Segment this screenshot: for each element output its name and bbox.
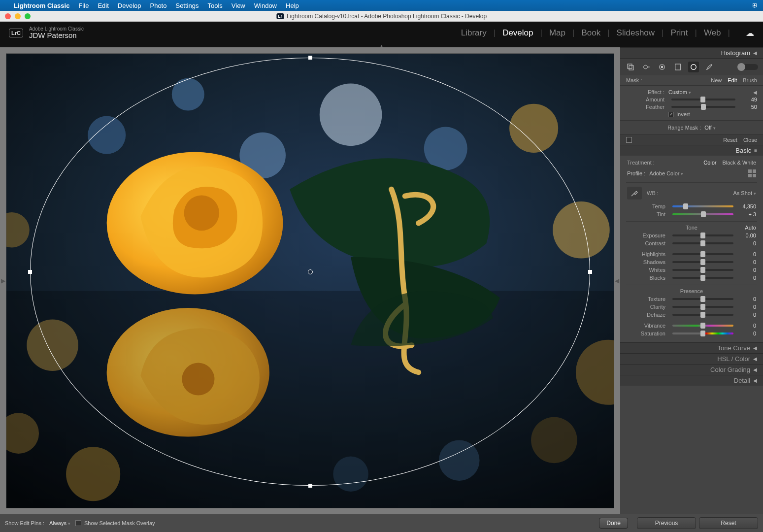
done-button[interactable]: Done <box>599 518 628 529</box>
svg-rect-22 <box>629 66 633 70</box>
module-book[interactable]: Book <box>581 28 600 38</box>
treatment-label: Treatment : <box>627 160 655 166</box>
slider-exposure[interactable] <box>672 234 733 236</box>
treatment-color[interactable]: Color <box>703 160 716 166</box>
slider-highlights[interactable] <box>672 253 733 255</box>
mask-brush[interactable]: Brush <box>743 77 757 83</box>
tint-value[interactable]: + 3 <box>736 211 756 217</box>
slider-value[interactable]: 0 <box>736 267 756 273</box>
slider-value[interactable]: 0 <box>736 331 756 336</box>
slider-label: Texture <box>627 296 665 302</box>
panel-detail-header[interactable]: Detail◀ <box>620 375 763 386</box>
slider-vibrance[interactable] <box>672 325 733 327</box>
invert-checkbox[interactable]: ✓ <box>668 112 674 117</box>
module-web[interactable]: Web <box>704 28 721 38</box>
slider-value[interactable]: 0 <box>736 304 756 310</box>
panel-colorgrading-header[interactable]: Color Grading◀ <box>620 364 763 375</box>
temp-label: Temp <box>627 203 665 209</box>
module-map[interactable]: Map <box>549 28 565 38</box>
menu-item[interactable]: File <box>78 2 89 9</box>
menu-item[interactable]: Window <box>254 2 277 9</box>
profile-select[interactable]: Adobe Color▾ <box>649 170 683 176</box>
svg-point-25 <box>661 66 663 68</box>
canvas[interactable]: ▶ <box>0 47 620 514</box>
amount-value[interactable]: 49 <box>738 97 757 102</box>
previous-button[interactable]: Previous <box>637 517 696 529</box>
photo-preview[interactable] <box>6 53 614 508</box>
panel-switch[interactable] <box>738 64 758 70</box>
reset-button[interactable]: Reset <box>699 517 758 529</box>
overlay-checkbox[interactable] <box>75 520 81 526</box>
feather-value[interactable]: 50 <box>738 104 757 110</box>
temp-slider[interactable] <box>672 205 733 207</box>
close-icon[interactable] <box>5 13 11 19</box>
module-library[interactable]: Library <box>461 28 487 38</box>
chevron-left-icon[interactable]: ◀ <box>753 90 757 95</box>
panel-basic-header[interactable]: Basic≡ <box>620 145 763 156</box>
effect-select[interactable]: Custom▾ <box>668 89 691 95</box>
menu-item[interactable]: Photo <box>150 2 166 9</box>
mask-reset-button[interactable]: Reset <box>723 137 737 143</box>
svg-point-23 <box>644 65 648 69</box>
crop-tool-icon[interactable] <box>625 62 636 72</box>
slider-blacks[interactable] <box>672 277 733 279</box>
slider-value[interactable]: 0.00 <box>736 233 756 238</box>
tint-label: Tint <box>627 211 665 217</box>
menu-item[interactable]: Settings <box>175 2 199 9</box>
menu-app[interactable]: Lightroom Classic <box>14 2 69 9</box>
slider-value[interactable]: 0 <box>736 275 756 281</box>
shield-icon[interactable]: ⛨ <box>752 2 758 9</box>
slider-whites[interactable] <box>672 269 733 271</box>
mask-label: Mask : <box>626 77 642 83</box>
slider-value[interactable]: 0 <box>736 296 756 302</box>
feather-slider[interactable] <box>671 106 735 108</box>
maximize-icon[interactable] <box>25 13 31 19</box>
slider-dehaze[interactable] <box>672 314 733 316</box>
module-develop[interactable]: Develop <box>502 28 533 38</box>
menu-item[interactable]: Develop <box>118 2 141 9</box>
temp-value[interactable]: 4,350 <box>736 203 756 209</box>
slider-saturation[interactable] <box>672 332 733 334</box>
pins-select[interactable]: Always▾ <box>49 520 70 526</box>
slider-value[interactable]: 0 <box>736 240 756 246</box>
range-mask-select[interactable]: Off▾ <box>704 125 715 131</box>
profile-browser-icon[interactable] <box>748 169 756 177</box>
left-panel-toggle-icon[interactable]: ▶ <box>1 277 5 284</box>
slider-value[interactable]: 0 <box>736 323 756 329</box>
cloud-sync-icon[interactable]: ☁ <box>746 28 754 38</box>
slider-value[interactable]: 0 <box>736 251 756 257</box>
right-panel-toggle-icon[interactable]: ◀ <box>615 277 619 284</box>
module-slideshow[interactable]: Slideshow <box>617 28 655 38</box>
panel-histogram-header[interactable]: Histogram◀ <box>620 47 763 58</box>
menu-item[interactable]: Tools <box>207 2 222 9</box>
slider-clarity[interactable] <box>672 306 733 308</box>
radial-tool-icon[interactable] <box>688 62 699 72</box>
slider-contrast[interactable] <box>672 242 733 244</box>
panel-toggle-icon[interactable] <box>626 137 632 143</box>
slider-texture[interactable] <box>672 298 733 300</box>
brush-tool-icon[interactable] <box>704 62 715 72</box>
redeye-tool-icon[interactable] <box>657 62 667 72</box>
panel-menu-icon[interactable]: ≡ <box>754 148 757 153</box>
wb-eyedropper-icon[interactable] <box>627 187 642 200</box>
wb-select[interactable]: As Shot▾ <box>733 190 756 196</box>
panel-tonecurve-header[interactable]: Tone Curve◀ <box>620 342 763 353</box>
slider-shadows[interactable] <box>672 261 733 263</box>
tint-slider[interactable] <box>672 213 733 215</box>
panel-hsl-header[interactable]: HSL / Color◀ <box>620 353 763 364</box>
auto-button[interactable]: Auto <box>745 225 756 231</box>
slider-value[interactable]: 0 <box>736 259 756 265</box>
mask-close-button[interactable]: Close <box>743 137 757 143</box>
amount-slider[interactable] <box>671 99 735 100</box>
module-print[interactable]: Print <box>671 28 688 38</box>
menu-item[interactable]: View <box>232 2 245 9</box>
gradient-tool-icon[interactable] <box>672 62 683 72</box>
minimize-icon[interactable] <box>15 13 21 19</box>
mask-new[interactable]: New <box>711 77 722 83</box>
menu-item[interactable]: Help <box>286 2 299 9</box>
menu-item[interactable]: Edit <box>98 2 108 9</box>
mask-edit[interactable]: Edit <box>728 77 737 83</box>
treatment-bw[interactable]: Black & White <box>723 160 756 166</box>
spot-removal-tool-icon[interactable] <box>641 62 652 72</box>
slider-value[interactable]: 0 <box>736 312 756 318</box>
